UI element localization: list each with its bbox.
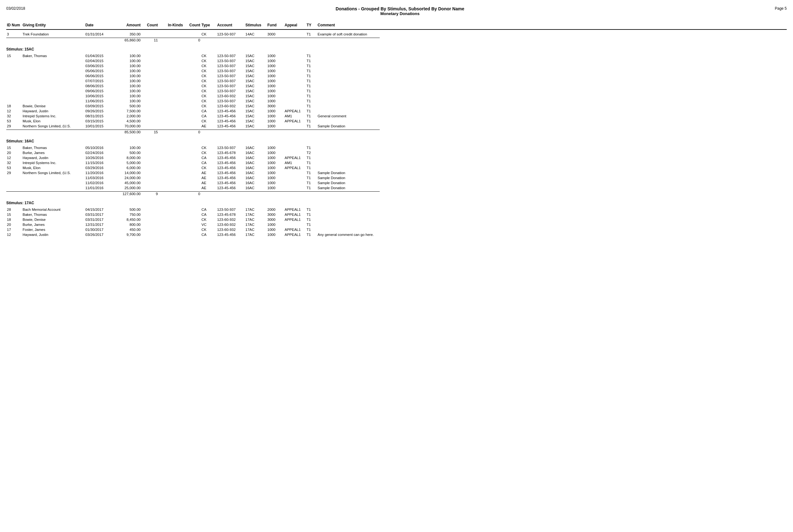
subtotal-inkinds (158, 130, 184, 134)
cell-account: 123-50-937 (216, 89, 245, 93)
cell-ikcount (184, 59, 201, 63)
cell-count (141, 54, 158, 58)
cell-entity (22, 89, 85, 93)
cell-ikcount (184, 79, 201, 83)
cell-date: 03/15/2015 (85, 119, 113, 123)
cell-entity: Hayward, Justin (22, 109, 85, 113)
cell-date: 02/04/2015 (85, 59, 113, 63)
cell-type: CA (201, 160, 216, 165)
cell-count (141, 64, 158, 68)
table-row: 07/07/2015 100.00 CK 123-50-937 15AC 100… (6, 78, 787, 83)
cell-stimulus: 15AC (245, 114, 267, 118)
cell-entity: Bowie, Denise (22, 104, 85, 108)
cell-fund: 1000 (267, 64, 284, 68)
cell-appeal: APPEAL1 (284, 212, 306, 217)
cell-date: 11/02/2016 (85, 181, 113, 185)
cell-comment: General comment (317, 114, 380, 118)
cell-stimulus: 16AC (245, 166, 267, 170)
stimulus-header: Stimulus: 15AC (6, 47, 787, 52)
subtotal-ikcount: 0 (184, 38, 201, 42)
col-entity: Giving Entity (22, 22, 85, 28)
cell-entity: Hayward, Justin (22, 156, 85, 160)
table-row: 12 Hayward, Justin 09/26/2015 7,500.00 C… (6, 109, 787, 114)
cell-ikcount (184, 54, 201, 58)
subtotal-inkinds (158, 191, 184, 196)
cell-account: 123-45-456 (216, 166, 245, 170)
page-number: Page 5 (775, 6, 787, 11)
cell-ikcount (184, 171, 201, 175)
cell-ty: T1 (306, 114, 317, 118)
cell-ikcount (184, 181, 201, 185)
cell-amount: 8,450.00 (113, 217, 141, 222)
cell-type: CK (201, 84, 216, 88)
cell-type: VC (201, 222, 216, 227)
col-ty: TY (306, 22, 317, 28)
cell-entity: Burke, James (22, 151, 85, 155)
cell-count (141, 84, 158, 88)
cell-stimulus: 15AC (245, 119, 267, 123)
col-id: ID Num (6, 22, 22, 28)
cell-type: CK (201, 119, 216, 123)
cell-inkinds (158, 99, 184, 103)
cell-amount: 800.00 (113, 222, 141, 227)
col-stimulus: Stimulus (245, 22, 267, 28)
cell-account: 123-60-932 (216, 94, 245, 98)
cell-appeal: APPEAL1 (284, 119, 306, 123)
cell-count (141, 124, 158, 128)
cell-date: 09/06/2015 (85, 89, 113, 93)
cell-ty: T1 (306, 146, 317, 150)
cell-ikcount (184, 232, 201, 237)
cell-date: 06/06/2015 (85, 74, 113, 78)
cell-count (141, 59, 158, 63)
cell-appeal: APPEAL1 (284, 232, 306, 237)
cell-fund: 2000 (267, 207, 284, 212)
cell-stimulus: 15AC (245, 124, 267, 128)
cell-fund: 1000 (267, 119, 284, 123)
cell-count (141, 171, 158, 175)
subtotal-date (85, 38, 113, 42)
cell-comment: Sample Donation (317, 186, 380, 190)
cell-appeal (284, 69, 306, 73)
cell-id (6, 64, 22, 68)
cell-fund: 3000 (267, 212, 284, 217)
cell-count (141, 104, 158, 108)
cell-ty: T1 (306, 227, 317, 232)
subtotal-stimulus (245, 191, 267, 196)
cell-inkinds (158, 207, 184, 212)
cell-count (141, 176, 158, 180)
cell-amount: 100.00 (113, 64, 141, 68)
cell-id: 15 (6, 54, 22, 58)
cell-comment: Sample Donation (317, 171, 380, 175)
cell-entity (22, 79, 85, 83)
cell-id: 53 (6, 166, 22, 170)
cell-date: 11/06/2015 (85, 99, 113, 103)
cell-fund: 1000 (267, 222, 284, 227)
cell-stimulus: 16AC (245, 151, 267, 155)
table-row: 11/01/2016 25,000.00 AE 123-45-456 16AC … (6, 185, 787, 190)
cell-ty: T2 (306, 151, 317, 155)
cell-ikcount (184, 156, 201, 160)
cell-comment (317, 109, 380, 113)
cell-stimulus: 16AC (245, 160, 267, 165)
cell-account: 123-45-678 (216, 151, 245, 155)
cell-fund: 1000 (267, 114, 284, 118)
cell-ikcount (184, 176, 201, 180)
table-row: 12 Hayward, Justin 03/26/2017 9,700.00 C… (6, 232, 787, 237)
cell-comment (317, 222, 380, 227)
cell-id (6, 176, 22, 180)
cell-ikcount (184, 119, 201, 123)
cell-date: 11/01/2016 (85, 186, 113, 190)
cell-date: 03/06/2015 (85, 64, 113, 68)
cell-inkinds (158, 69, 184, 73)
cell-fund: 1000 (267, 74, 284, 78)
cell-inkinds (158, 151, 184, 155)
cell-count (141, 32, 158, 36)
cell-amount: 2,000.00 (113, 114, 141, 118)
cell-type: AE (201, 124, 216, 128)
cell-ty: T1 (306, 181, 317, 185)
cell-comment: Sample Donation (317, 176, 380, 180)
cell-date: 08/06/2015 (85, 84, 113, 88)
cell-appeal: APPEAL1 (284, 207, 306, 212)
cell-fund: 1000 (267, 59, 284, 63)
cell-comment (317, 207, 380, 212)
